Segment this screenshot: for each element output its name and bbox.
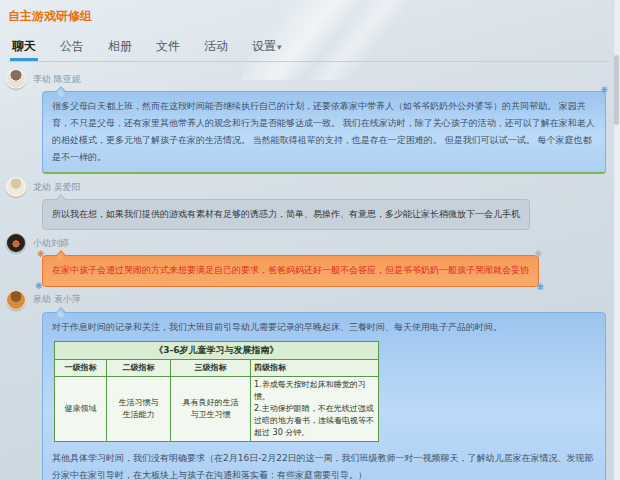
author-name: 李幼 陈亚妮 [33,73,81,86]
table-row: 健康领域 生活习惯与 生活能力 具有良好的生活 与卫生习惯 1.养成每天按时起床… [55,377,379,442]
message-list: 李幼 陈亚妮 ❋ 很多父母白天都上班，然而在这段时间能否继续执行自己的计划，还要… [0,62,620,480]
tab-announcement[interactable]: 公告 [58,38,86,61]
message-text: 很多父母白天都上班，然而在这段时间能否继续执行自己的计划，还要依靠家中带养人（如… [52,101,595,162]
table-title: 《3-6岁儿童学习与发展指南》 [55,341,379,360]
scrollbar[interactable] [613,0,620,480]
avatar[interactable] [6,177,26,197]
tab-files[interactable]: 文件 [154,38,182,61]
message-bubble: ❋ ❋ ❋ ❋ 在家中孩子会通过哭闹的方式来想要满足自己的要求，爸爸妈妈还好一般… [42,255,539,286]
avatar[interactable] [6,233,26,253]
message-text: 所以我在想，如果我们提供的游戏有素材有足够的诱惑力，简单、易操作、有意思，多少能… [52,209,520,219]
table-header: 二级指标 [107,360,171,377]
group-header: 自主游戏研修组 聊天 公告 相册 文件 活动 设置▾ [0,0,620,62]
message: 泉幼 袁小萍 对于作息时间的记录和关注，我们大班目前引导幼儿需要记录的早晚起床、… [6,290,606,480]
tab-activity[interactable]: 活动 [202,38,230,61]
message-bubble: 对于作息时间的记录和关注，我们大班目前引导幼儿需要记录的早晚起床、三餐时间、每天… [42,312,606,480]
message-text: 其他具体学习时间，我们没有明确要求（在2月16日-2月22日的这一周，我们班级教… [52,450,596,480]
message-bubble: ❋ 很多父母白天都上班，然而在这段时间能否继续执行自己的计划，还要依靠家中带养人… [42,91,606,174]
table-cell: 生活习惯与 生活能力 [107,377,171,442]
message: 龙幼 吴爱阳 所以我在想，如果我们提供的游戏有素材有足够的诱惑力，简单、易操作、… [6,177,606,230]
message: 李幼 陈亚妮 ❋ 很多父母白天都上班，然而在这段时间能否继续执行自己的计划，还要… [6,69,606,174]
author-name: 龙幼 吴爱阳 [33,181,81,194]
avatar[interactable] [6,290,26,310]
tab-chat[interactable]: 聊天 [10,38,38,61]
tab-settings-label: 设置 [252,39,276,53]
tab-album[interactable]: 相册 [106,38,134,61]
group-title: 自主游戏研修组 [8,8,610,25]
table-cell: 1.养成每天按时起床和睡觉的习惯。 2.主动保护眼睛，不在光线过强或过暗的地方看… [251,377,379,442]
development-guide-table: 《3-6岁儿童学习与发展指南》 一级指标 二级指标 三级指标 四级指标 健康领域… [54,341,379,443]
chat-page: 自主游戏研修组 聊天 公告 相册 文件 活动 设置▾ 李幼 陈亚妮 ❋ 很多父母… [0,0,620,480]
message-text: 在家中孩子会通过哭闹的方式来想要满足自己的要求，爸爸妈妈还好一般不会答应，但是爷… [52,265,529,275]
table-header: 三级指标 [171,360,251,377]
table-cell: 健康领域 [55,377,107,442]
table-header: 一级指标 [55,360,107,377]
tab-settings[interactable]: 设置▾ [250,38,284,61]
message-text: 对于作息时间的记录和关注，我们大班目前引导幼儿需要记录的早晚起床、三餐时间、每天… [52,319,596,336]
scrollbar-thumb[interactable] [614,55,619,125]
tab-bar: 聊天 公告 相册 文件 活动 设置▾ [8,38,610,62]
chevron-down-icon: ▾ [277,42,282,52]
table-cell: 具有良好的生活 与卫生习惯 [171,377,251,442]
message-bubble: 所以我在想，如果我们提供的游戏有素材有足够的诱惑力，简单、易操作、有意思，多少能… [42,199,530,230]
table-header: 四级指标 [251,360,379,377]
author-name: 泉幼 袁小萍 [33,293,81,306]
message: 小幼刘婷 ❋ ❋ ❋ ❋ 在家中孩子会通过哭闹的方式来想要满足自己的要求，爸爸妈… [6,233,606,286]
avatar[interactable] [6,69,26,89]
author-name: 小幼刘婷 [33,237,69,250]
